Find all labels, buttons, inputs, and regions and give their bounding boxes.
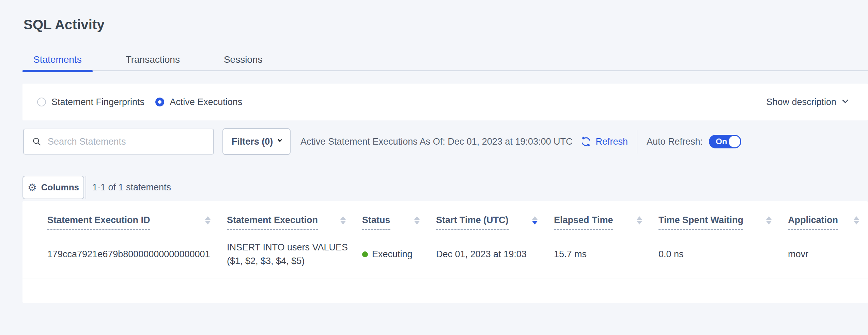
toggle-state-label: On <box>716 137 727 146</box>
sort-icons <box>532 216 538 224</box>
cell-execution-id: 179cca7921e679b80000000000000001 <box>22 249 227 260</box>
table-row[interactable]: 179cca7921e679b80000000000000001 INSERT … <box>22 230 868 278</box>
table-controls: ⚙ Columns 1-1 of 1 statements <box>22 176 171 199</box>
divider <box>86 176 86 199</box>
chevron-down-icon <box>842 97 848 103</box>
toolbar: Filters (0) Active Statement Executions … <box>23 129 868 155</box>
tab-bar: Statements Transactions Sessions <box>22 48 868 71</box>
radio-statement-fingerprints[interactable]: Statement Fingerprints <box>37 97 144 107</box>
result-count: 1-1 of 1 statements <box>92 182 171 193</box>
gear-icon: ⚙ <box>28 183 37 193</box>
statements-table: Statement Execution ID Statement Executi… <box>22 201 868 303</box>
table-header-row: Statement Execution ID Statement Executi… <box>22 201 868 230</box>
cell-statement: INSERT INTO users VALUES ($1, $2, $3, $4… <box>227 241 362 268</box>
column-header-statement-execution-id[interactable]: Statement Execution ID <box>22 215 227 230</box>
tab-sessions[interactable]: Sessions <box>213 48 274 71</box>
sort-icons <box>637 216 642 224</box>
chevron-down-icon <box>278 137 282 142</box>
sort-icons <box>340 216 346 224</box>
sort-icons <box>854 216 859 224</box>
cell-elapsed-time: 15.7 ms <box>554 249 658 260</box>
executing-status-dot-icon <box>362 251 368 257</box>
page-title: SQL Activity <box>24 17 105 32</box>
as-of-text: Active Statement Executions As Of: Dec 0… <box>300 136 572 147</box>
filters-button[interactable]: Filters (0) <box>222 128 291 155</box>
view-mode-panel: Statement Fingerprints Active Executions… <box>22 84 868 120</box>
radio-label: Active Executions <box>170 97 242 107</box>
column-header-elapsed-time[interactable]: Elapsed Time <box>554 215 658 230</box>
show-description-label: Show description <box>766 97 836 107</box>
column-header-status[interactable]: Status <box>362 215 436 230</box>
cell-application: movr <box>788 249 868 260</box>
show-description-toggle[interactable]: Show description <box>766 97 848 107</box>
search-box[interactable] <box>23 129 214 155</box>
radio-label: Statement Fingerprints <box>51 97 144 107</box>
sort-icons <box>205 216 211 224</box>
columns-button[interactable]: ⚙ Columns <box>22 176 84 199</box>
columns-button-label: Columns <box>41 182 79 193</box>
column-header-start-time[interactable]: Start Time (UTC) <box>436 215 554 230</box>
cell-start-time: Dec 01, 2023 at 19:03 <box>436 249 554 260</box>
radio-icon <box>155 98 164 106</box>
radio-active-executions[interactable]: Active Executions <box>155 97 242 107</box>
sort-icons <box>414 216 420 224</box>
auto-refresh-toggle[interactable]: On <box>709 135 741 148</box>
tab-transactions[interactable]: Transactions <box>115 48 191 71</box>
tab-statements[interactable]: Statements <box>22 48 93 71</box>
column-header-application[interactable]: Application <box>788 215 868 230</box>
status-label: Executing <box>372 249 413 260</box>
search-input[interactable] <box>48 136 198 147</box>
search-icon <box>32 137 42 146</box>
refresh-icon[interactable] <box>580 135 592 148</box>
cell-time-spent-waiting: 0.0 ns <box>658 249 788 260</box>
toggle-knob <box>729 136 740 147</box>
auto-refresh-label: Auto Refresh: <box>647 136 703 147</box>
refresh-link[interactable]: Refresh <box>595 136 628 147</box>
divider <box>637 130 637 154</box>
cell-status: Executing <box>362 249 436 260</box>
sort-icons <box>766 216 772 224</box>
filters-label: Filters (0) <box>232 136 273 147</box>
column-header-time-spent-waiting[interactable]: Time Spent Waiting <box>658 215 788 230</box>
column-header-statement-execution[interactable]: Statement Execution <box>227 215 362 230</box>
radio-icon <box>37 98 46 106</box>
